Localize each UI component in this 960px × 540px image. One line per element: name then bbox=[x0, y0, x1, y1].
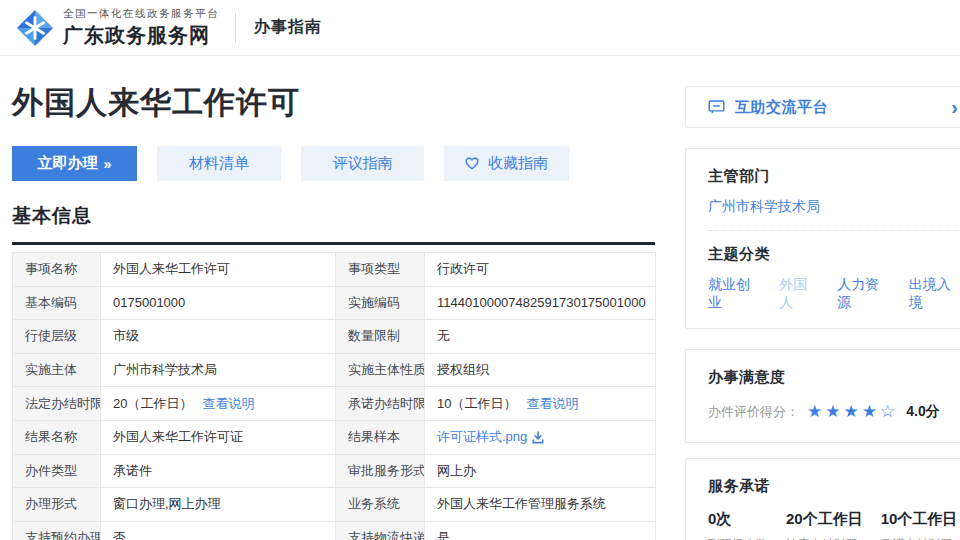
row-value: 外国人来华工作许可证 bbox=[101, 420, 336, 454]
basic-info-heading: 基本信息 bbox=[12, 203, 655, 245]
satisfaction-heading: 办事满意度 bbox=[708, 368, 960, 387]
table-row: 实施主体 广州市科学技术局 实施主体性质 授权组织 bbox=[13, 353, 656, 387]
top-header: 全国一体化在线政务服务平台 广东政务服务网 办事指南 bbox=[0, 0, 960, 56]
sample-download-link[interactable]: 许可证样式.png bbox=[437, 428, 544, 446]
apply-now-button[interactable]: 立即办理 » bbox=[12, 146, 137, 181]
row-label: 结果样本 bbox=[336, 420, 425, 454]
action-bar: 立即办理 » 材料清单 评议指南 收藏指南 bbox=[12, 146, 569, 181]
department-card: 主管部门 广州市科学技术局 主题分类 就业创业 外国人 人力资源 出境入境 bbox=[685, 148, 960, 329]
stat-promised-limit: 10个工作日 承诺办结时限 bbox=[881, 510, 958, 540]
dotted-divider bbox=[708, 230, 960, 231]
table-row: 事项名称 外国人来华工作许可 事项类型 行政许可 bbox=[13, 253, 656, 287]
row-value: 外国人来华工作管理服务系统 bbox=[425, 488, 656, 522]
row-label: 办件类型 bbox=[13, 454, 101, 488]
row-value: 窗口办理,网上办理 bbox=[101, 488, 336, 522]
page-title: 外国人来华工作许可 bbox=[12, 82, 300, 124]
dept-heading: 主管部门 bbox=[708, 167, 960, 186]
site-logo-icon bbox=[16, 9, 54, 47]
star-empty-icon: ☆ bbox=[880, 402, 898, 421]
row-value: 外国人来华工作许可 bbox=[101, 253, 336, 287]
stat-value: 10个工作日 bbox=[881, 510, 958, 529]
help-platform-card[interactable]: 互助交流平台 › bbox=[685, 86, 960, 128]
promise-heading: 服务承诺 bbox=[708, 477, 960, 496]
table-row: 办件类型 承诺件 审批服务形式 网上办 bbox=[13, 454, 656, 488]
topic-link-foreigner[interactable]: 外国人 bbox=[779, 276, 819, 312]
row-label: 法定办结时限 bbox=[13, 387, 101, 421]
row-label: 事项类型 bbox=[336, 253, 425, 287]
row-value: 20（工作日）查看说明 bbox=[101, 387, 336, 421]
table-row: 行使层级 市级 数量限制 无 bbox=[13, 320, 656, 354]
stars-filled-icon: ★★★★ bbox=[807, 402, 880, 421]
rating-caption: 办件评价得分： bbox=[708, 403, 799, 421]
row-label: 行使层级 bbox=[13, 320, 101, 354]
row-label: 业务系统 bbox=[336, 488, 425, 522]
table-row: 基本编码 0175001000 实施编码 1144010000748259173… bbox=[13, 286, 656, 320]
row-value: 10（工作日）查看说明 bbox=[425, 387, 656, 421]
dept-link[interactable]: 广州市科学技术局 bbox=[708, 198, 960, 216]
row-value: 否 bbox=[101, 521, 336, 540]
row-value: 许可证样式.png bbox=[425, 420, 656, 454]
row-value: 是 bbox=[425, 521, 656, 540]
promise-stats: 0次 到现场次数 20个工作日 法定办结时限 10个工作日 承诺办结时限 bbox=[708, 510, 960, 540]
topic-link-employment[interactable]: 就业创业 bbox=[708, 276, 761, 312]
row-value: 行政许可 bbox=[425, 253, 656, 287]
view-explanation-link[interactable]: 查看说明 bbox=[526, 396, 578, 411]
view-explanation-link[interactable]: 查看说明 bbox=[202, 396, 254, 411]
site-name: 广东政务服务网 bbox=[63, 22, 219, 49]
row-label: 实施主体 bbox=[13, 353, 101, 387]
download-icon bbox=[532, 431, 544, 444]
stat-label: 承诺办结时限 bbox=[881, 536, 958, 540]
stat-visits: 0次 到现场次数 bbox=[708, 510, 768, 540]
row-value: 市级 bbox=[101, 320, 336, 354]
rating-row: 办件评价得分： ★★★★☆ 4.0分 bbox=[708, 401, 960, 422]
table-row: 结果名称 外国人来华工作许可证 结果样本 许可证样式.png bbox=[13, 420, 656, 454]
basic-info-table: 事项名称 外国人来华工作许可 事项类型 行政许可 基本编码 0175001000… bbox=[12, 252, 656, 540]
row-label: 基本编码 bbox=[13, 286, 101, 320]
stat-statutory-limit: 20个工作日 法定办结时限 bbox=[786, 510, 863, 540]
table-row: 办理形式 窗口办理,网上办理 业务系统 外国人来华工作管理服务系统 bbox=[13, 488, 656, 522]
review-guide-button[interactable]: 评议指南 bbox=[301, 146, 424, 181]
stat-label: 到现场次数 bbox=[708, 536, 768, 540]
table-row: 法定办结时限 20（工作日）查看说明 承诺办结时限 10（工作日）查看说明 bbox=[13, 387, 656, 421]
row-label: 实施主体性质 bbox=[336, 353, 425, 387]
row-label: 结果名称 bbox=[13, 420, 101, 454]
row-value: 11440100007482591730175001000 bbox=[425, 286, 656, 320]
row-label: 支持物流快递 bbox=[336, 521, 425, 540]
header-divider bbox=[235, 13, 236, 43]
service-promise-card: 服务承诺 0次 到现场次数 20个工作日 法定办结时限 10个工作日 承诺办结时… bbox=[685, 458, 960, 540]
row-label: 办理形式 bbox=[13, 488, 101, 522]
stat-value: 20个工作日 bbox=[786, 510, 863, 529]
sidebar: 互助交流平台 › 主管部门 广州市科学技术局 主题分类 就业创业 外国人 人力资… bbox=[685, 86, 960, 540]
stat-value: 0次 bbox=[708, 510, 768, 529]
site-brand[interactable]: 全国一体化在线政务服务平台 广东政务服务网 bbox=[63, 7, 219, 49]
topics-heading: 主题分类 bbox=[708, 245, 960, 264]
row-value: 广州市科学技术局 bbox=[101, 353, 336, 387]
row-value: 0175001000 bbox=[101, 286, 336, 320]
chat-icon bbox=[708, 100, 725, 114]
star-rating: ★★★★☆ bbox=[807, 401, 898, 422]
row-value: 网上办 bbox=[425, 454, 656, 488]
row-label: 审批服务形式 bbox=[336, 454, 425, 488]
favorite-guide-button[interactable]: 收藏指南 bbox=[444, 146, 569, 181]
platform-tagline: 全国一体化在线政务服务平台 bbox=[63, 7, 219, 21]
row-label: 承诺办结时限 bbox=[336, 387, 425, 421]
row-value: 承诺件 bbox=[101, 454, 336, 488]
topic-link-exit-entry[interactable]: 出境入境 bbox=[909, 276, 960, 312]
row-value: 无 bbox=[425, 320, 656, 354]
row-label: 支持预约办理 bbox=[13, 521, 101, 540]
rating-score: 4.0分 bbox=[906, 403, 939, 421]
topic-link-hr[interactable]: 人力资源 bbox=[837, 276, 890, 312]
row-value: 授权组织 bbox=[425, 353, 656, 387]
stat-label: 法定办结时限 bbox=[786, 536, 863, 540]
double-chevron-icon: » bbox=[104, 156, 112, 172]
help-platform-label: 互助交流平台 bbox=[735, 98, 828, 117]
heart-icon bbox=[465, 157, 479, 170]
materials-list-button[interactable]: 材料清单 bbox=[157, 146, 281, 181]
table-row: 支持预约办理 否 支持物流快递 是 bbox=[13, 521, 656, 540]
row-label: 数量限制 bbox=[336, 320, 425, 354]
satisfaction-card: 办事满意度 办件评价得分： ★★★★☆ 4.0分 bbox=[685, 349, 960, 443]
breadcrumb-section: 办事指南 bbox=[254, 17, 322, 38]
chevron-right-icon: › bbox=[951, 97, 958, 117]
row-label: 实施编码 bbox=[336, 286, 425, 320]
row-label: 事项名称 bbox=[13, 253, 101, 287]
